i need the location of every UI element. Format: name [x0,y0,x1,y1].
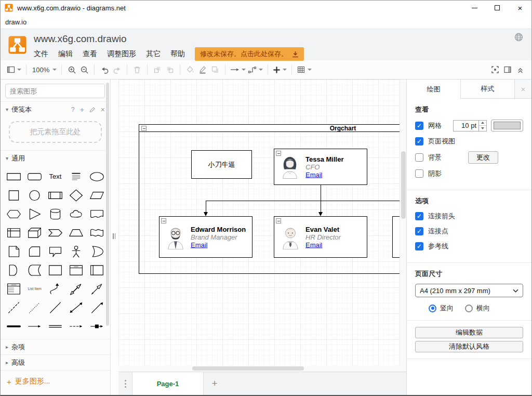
shape-callout[interactable] [45,243,66,260]
shape-line[interactable] [45,299,66,316]
grid-size-stepper[interactable] [479,120,487,131]
email-link[interactable]: Email [305,171,343,179]
shape-note[interactable] [4,243,24,260]
format-panel-toggle-button[interactable] [501,63,514,76]
shape-cylinder[interactable] [45,205,66,222]
zoom-level-dropdown[interactable]: 100% [30,63,58,76]
shape-dashed-edge[interactable] [65,318,86,335]
collapse-toolbar-button[interactable] [514,63,526,76]
shape-or[interactable] [86,243,107,260]
portrait-radio[interactable]: 竖向 [429,303,454,313]
shape-bidirectional-connector[interactable] [65,299,86,316]
collapse-chip[interactable] [141,126,147,131]
diagram-canvas[interactable]: Orgchart 小刀牛逼 [118,80,406,365]
collapse-chip[interactable] [161,218,166,223]
shape-ellipse[interactable] [86,168,107,185]
shape-container-title[interactable] [65,261,86,279]
shape-diamond[interactable] [65,187,86,204]
connection-arrows-checkbox[interactable]: ✓ [415,212,423,220]
guides-checkbox[interactable]: ✓ [415,242,423,250]
shape-vertical-container[interactable] [86,261,107,279]
general-section-header[interactable]: ▾ 通用 [1,150,110,166]
shape-dotted-line[interactable] [24,299,45,316]
menu-arrange[interactable]: 调整图形 [107,49,136,59]
undo-button[interactable] [98,63,111,76]
shape-and[interactable] [4,261,24,279]
sidebar-scrollbar[interactable] [106,83,109,326]
app-menu-drawio[interactable]: draw.io [5,18,26,26]
tab-page-1[interactable]: Page-1 [132,372,204,395]
shape-rectangle[interactable] [4,168,24,185]
shape-bold-line[interactable] [4,318,24,335]
zoom-out-button[interactable] [78,63,90,76]
grid-checkbox[interactable]: ✓ [415,122,423,130]
scratchpad-add-icon[interactable]: + [80,105,84,114]
email-link[interactable]: Email [191,241,246,249]
page-view-menu-button[interactable] [6,63,22,76]
more-shapes-button[interactable]: + 更多图形... [1,370,110,392]
shape-internal-storage[interactable] [4,224,24,241]
advanced-section-header[interactable]: ▸ 高级 [1,354,110,370]
pages-menu-icon[interactable] [118,372,132,395]
sidebar-splitter[interactable] [111,80,118,395]
menu-file[interactable]: 文件 [34,49,48,59]
shape-process[interactable] [45,187,66,204]
shape-text[interactable]: Text [45,168,66,185]
waypoint-style-button[interactable] [247,63,264,76]
tab-style[interactable]: 样式 [461,80,515,98]
shape-tape[interactable] [86,224,107,241]
shape-link[interactable] [45,318,66,335]
table-button[interactable] [296,63,313,76]
scratchpad-drop-area[interactable]: 把元素拖至此处 [9,121,102,143]
redo-button[interactable] [111,63,123,76]
line-color-button[interactable] [196,63,209,76]
shape-textbox[interactable] [65,168,86,185]
shape-hexagon[interactable] [4,205,24,222]
scratchpad-edit-icon[interactable] [89,107,96,113]
collapse-chip[interactable] [276,218,281,223]
minimize-button[interactable] [463,1,486,15]
shape-list[interactable] [4,280,24,297]
background-checkbox[interactable] [415,153,423,162]
edit-data-button[interactable]: 编辑数据 [415,327,523,338]
landscape-radio[interactable]: 横向 [465,303,490,313]
tab-diagram[interactable]: 绘图 [407,80,461,99]
canvas-vertical-scrollbar[interactable] [400,80,406,365]
connection-points-checkbox[interactable]: ✓ [415,227,423,235]
page-view-checkbox[interactable]: ✓ [415,137,423,146]
connection-style-button[interactable] [229,63,247,76]
add-page-button[interactable]: + [204,372,225,395]
change-background-button[interactable]: 更改 [468,151,498,164]
shadow-checkbox[interactable] [415,169,423,178]
canvas-horizontal-scrollbar[interactable] [118,365,406,372]
node-evan-valet[interactable]: Evan Valet HR Director Email [274,216,367,258]
shape-curve[interactable] [45,280,66,297]
delete-button[interactable] [131,63,143,76]
fill-color-button[interactable] [184,63,196,76]
fullscreen-button[interactable] [489,63,501,76]
shape-container[interactable] [45,261,66,279]
email-link[interactable]: Email [305,241,341,249]
shape-trapezoid[interactable] [65,224,86,241]
grid-size-input[interactable] [453,120,479,131]
shape-cloud[interactable] [65,205,86,222]
menu-view[interactable]: 查看 [83,49,97,59]
edge-horizontal-branch[interactable] [206,201,406,201]
shape-parallelogram[interactable] [86,187,107,204]
shape-actor[interactable] [65,243,86,260]
node-plain-box[interactable]: 小刀牛逼 [191,150,252,179]
shape-bidirectional-arrow[interactable] [65,280,86,297]
shape-arrow[interactable] [86,280,107,297]
shape-dashed-line[interactable] [4,299,24,316]
shape-directional-connector[interactable] [86,299,107,316]
shape-document[interactable] [86,205,107,222]
shape-rounded-rectangle[interactable] [24,168,45,185]
close-button[interactable]: × [509,1,531,15]
shape-cube[interactable] [24,224,45,241]
edge-tessa-evan[interactable] [321,185,321,215]
node-edward-morrison[interactable]: Edward Morrison Brand Manager Email [159,216,252,258]
page-size-select[interactable]: A4 (210 mm x 297 mm) [415,284,523,297]
node-tessa-miller[interactable]: Tessa Miller CFO Email [274,149,367,185]
scratchpad-close-icon[interactable]: × [101,105,105,114]
maximize-button[interactable] [486,1,509,15]
